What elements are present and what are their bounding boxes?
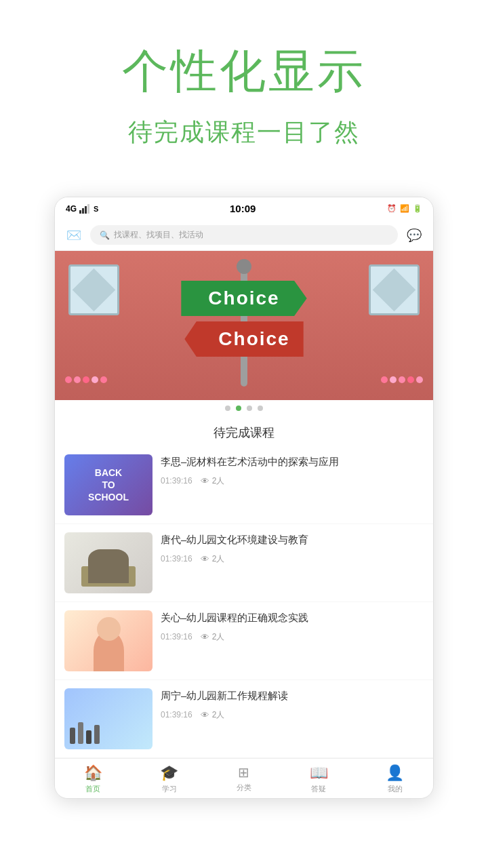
mine-label: 我的 [388, 784, 403, 794]
course-meta-1: 01:39:16 👁 2人 [161, 475, 424, 487]
mine-icon: 👤 [386, 764, 404, 782]
course-duration-4: 01:39:16 [161, 710, 192, 719]
section-title: 待完成课程 [55, 416, 433, 446]
course-item-1[interactable]: BACKTOSCHOOL 李思–泥材料在艺术活动中的探索与应用 01:39:16… [55, 446, 433, 524]
learn-icon: 🎓 [160, 764, 178, 782]
bottom-nav: 🏠 首页 🎓 学习 ⊞ 分类 📖 答疑 👤 我的 [55, 758, 433, 798]
course-duration-3: 01:39:16 [161, 632, 192, 642]
promo-section: 个性化显示 待完成课程一目了然 [0, 0, 488, 170]
course-title-3: 关心–幼儿园课程的正确观念实践 [161, 610, 424, 626]
course-duration-2: 01:39:16 [161, 554, 192, 564]
promo-subtitle: 待完成课程一目了然 [14, 116, 474, 149]
search-placeholder: 找课程、找项目、找活动 [114, 229, 203, 241]
course-viewers-3: 👁 2人 [201, 631, 225, 643]
status-bar: 4G S 10:09 ⏰ 📶 🔋 [55, 197, 433, 220]
course-info-3: 关心–幼儿园课程的正确观念实践 01:39:16 👁 2人 [161, 610, 424, 643]
course-info-1: 李思–泥材料在艺术活动中的探索与应用 01:39:16 👁 2人 [161, 454, 424, 487]
course-meta-2: 01:39:16 👁 2人 [161, 553, 424, 565]
chat-icon[interactable]: 💬 [405, 226, 424, 245]
course-thumb-4 [64, 688, 152, 749]
course-viewers-2: 👁 2人 [201, 553, 225, 565]
course-item-2[interactable]: 唐代–幼儿园文化环境建设与教育 01:39:16 👁 2人 [55, 524, 433, 602]
course-viewers-4: 👁 2人 [201, 709, 225, 721]
learn-label: 学习 [162, 784, 177, 794]
course-title-1: 李思–泥材料在艺术活动中的探索与应用 [161, 454, 424, 470]
dot-1[interactable] [225, 406, 230, 411]
course-thumb-1: BACKTOSCHOOL [64, 454, 152, 515]
status-right: ⏰ 📶 🔋 [387, 204, 422, 213]
mail-icon[interactable]: ✉️ [64, 226, 83, 245]
course-meta-3: 01:39:16 👁 2人 [161, 631, 424, 643]
phone-mockup: 4G S 10:09 ⏰ 📶 🔋 ✉️ 🔍 找课程、找项目、找活动 💬 [54, 197, 434, 799]
status-left: 4G S [66, 204, 98, 214]
sign-post: Choice Choice [181, 281, 306, 357]
course-thumb-2 [64, 532, 152, 593]
category-label: 分类 [237, 783, 251, 793]
carrier-icon: S [94, 205, 98, 213]
battery-icon: 🔋 [413, 204, 422, 213]
choice-sign-red: Choice [184, 321, 303, 357]
search-input-wrap[interactable]: 🔍 找课程、找项目、找活动 [90, 225, 398, 245]
home-label: 首页 [85, 784, 100, 794]
eye-icon-1: 👁 [201, 476, 209, 486]
course-item-4[interactable]: 周宁–幼儿园新工作规程解读 01:39:16 👁 2人 [55, 680, 433, 758]
course-title-4: 周宁–幼儿园新工作规程解读 [161, 688, 424, 704]
category-icon: ⊞ [238, 764, 249, 781]
nav-home[interactable]: 🏠 首页 [84, 764, 102, 794]
eye-icon-3: 👁 [201, 632, 209, 642]
course-list: BACKTOSCHOOL 李思–泥材料在艺术活动中的探索与应用 01:39:16… [55, 446, 433, 758]
banner: Choice Choice [55, 251, 433, 400]
dot-3[interactable] [247, 406, 252, 411]
dot-4[interactable] [258, 406, 263, 411]
dot-2[interactable] [236, 406, 241, 411]
nav-learn[interactable]: 🎓 学习 [160, 764, 178, 794]
search-icon: 🔍 [100, 231, 110, 240]
course-info-2: 唐代–幼儿园文化环境建设与教育 01:39:16 👁 2人 [161, 532, 424, 565]
alarm-icon: ⏰ [387, 204, 396, 213]
carrier-text: 4G [66, 204, 77, 214]
signal-bars [79, 204, 89, 214]
course-duration-1: 01:39:16 [161, 476, 192, 486]
eye-icon-2: 👁 [201, 554, 209, 564]
banner-dots [55, 400, 433, 416]
course-viewers-1: 👁 2人 [201, 475, 225, 487]
course-title-2: 唐代–幼儿园文化环境建设与教育 [161, 532, 424, 548]
time-display: 10:09 [230, 203, 256, 214]
course-meta-4: 01:39:16 👁 2人 [161, 709, 424, 721]
promo-title: 个性化显示 [14, 41, 474, 102]
eye-icon-4: 👁 [201, 710, 209, 720]
home-icon: 🏠 [84, 764, 102, 782]
qa-label: 答疑 [311, 784, 326, 794]
course-thumb-3 [64, 610, 152, 671]
qa-icon: 📖 [310, 764, 328, 782]
course-info-4: 周宁–幼儿园新工作规程解读 01:39:16 👁 2人 [161, 688, 424, 721]
nav-mine[interactable]: 👤 我的 [386, 764, 404, 794]
wifi-icon: 📶 [400, 204, 409, 213]
nav-category[interactable]: ⊞ 分类 [237, 764, 251, 794]
course-item-3[interactable]: 关心–幼儿园课程的正确观念实践 01:39:16 👁 2人 [55, 602, 433, 680]
choice-sign-green: Choice [181, 281, 306, 316]
search-bar-row: ✉️ 🔍 找课程、找项目、找活动 💬 [55, 220, 433, 251]
nav-qa[interactable]: 📖 答疑 [310, 764, 328, 794]
